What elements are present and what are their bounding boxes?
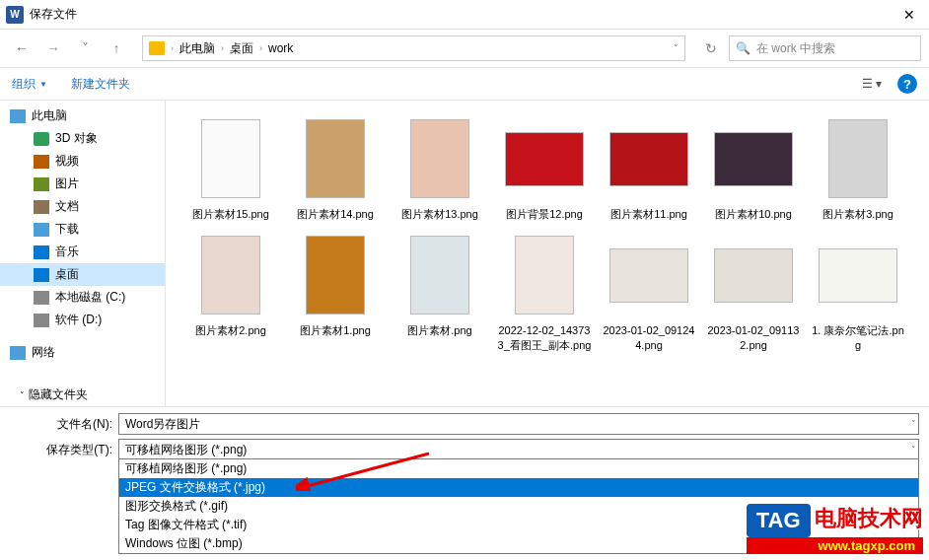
thumbnail [609, 114, 688, 203]
dropdown-icon[interactable]: ˅ [674, 43, 679, 53]
sidebar-item[interactable]: 音乐 [0, 241, 165, 263]
search-placeholder: 在 work 中搜索 [756, 40, 835, 57]
sidebar-item-label: 视频 [55, 153, 79, 170]
sidebar-item[interactable]: 本地磁盘 (C:) [0, 286, 165, 309]
sidebar-item-label: 文档 [55, 198, 79, 215]
folder-icon [10, 346, 26, 360]
sidebar-item-label: 桌面 [55, 266, 79, 283]
filetype-option[interactable]: 可移植网络图形 (*.png) [119, 459, 918, 478]
forward-button[interactable]: → [39, 35, 67, 62]
file-name: 1. 康奈尔笔记法.png [811, 323, 905, 352]
thumbnail [400, 114, 479, 203]
sidebar-item-label: 下载 [55, 221, 79, 238]
sidebar: 此电脑3D 对象视频图片文档下载音乐桌面本地磁盘 (C:)软件 (D:)网络 [0, 101, 166, 406]
breadcrumb-pc[interactable]: 此电脑 [179, 40, 215, 57]
file-item[interactable]: 2023-01-02_091132.png [702, 227, 805, 356]
file-item[interactable]: 图片素材.png [389, 227, 491, 356]
organize-button[interactable]: 组织 ▼ [12, 76, 47, 93]
file-name: 2022-12-02_143733_看图王_副本.png [497, 323, 592, 352]
file-pane[interactable]: 图片素材15.png图片素材14.png图片素材13.png图片背景12.png… [166, 101, 929, 406]
thumbnail [505, 114, 584, 203]
search-input[interactable]: 🔍 在 work 中搜索 [729, 35, 921, 61]
file-name: 2023-01-02_091132.png [706, 323, 801, 352]
thumbnail [296, 231, 375, 319]
thumbnail [400, 231, 479, 319]
watermark: TAG 电脑技术网 www.tagxp.com [747, 504, 923, 554]
file-name: 图片背景12.png [506, 207, 583, 221]
filetype-label: 保存类型(T): [10, 442, 118, 458]
file-item[interactable]: 图片素材2.png [179, 227, 282, 356]
up-level-button[interactable]: ↑ [103, 35, 130, 62]
file-name: 图片素材11.png [610, 207, 687, 221]
sidebar-item[interactable]: 视频 [0, 150, 165, 173]
watermark-text: 电脑技术网 [815, 504, 923, 533]
file-item[interactable]: 图片素材13.png [389, 110, 491, 225]
view-options-button[interactable]: ☰ ▾ [862, 77, 882, 91]
file-name: 图片素材.png [407, 323, 471, 337]
sidebar-item-label: 图片 [55, 175, 79, 192]
chevron-right-icon: › [221, 43, 224, 53]
sidebar-item[interactable]: 网络 [0, 341, 165, 364]
file-item[interactable]: 图片素材10.png [702, 110, 805, 225]
back-button[interactable]: ← [8, 35, 36, 62]
chevron-right-icon: › [259, 43, 262, 53]
folder-icon [34, 223, 49, 237]
sidebar-item[interactable]: 此电脑 [0, 105, 165, 127]
sidebar-item[interactable]: 软件 (D:) [0, 309, 165, 331]
file-item[interactable]: 图片素材1.png [284, 227, 387, 356]
sidebar-item[interactable]: 下载 [0, 218, 165, 241]
filename-input[interactable]: Word另存图片 ˅ [118, 413, 919, 435]
filename-label: 文件名(N): [10, 416, 118, 433]
chevron-down-icon[interactable]: ˅ [911, 419, 916, 429]
breadcrumb-desktop[interactable]: 桌面 [230, 40, 253, 57]
file-item[interactable]: 图片素材15.png [179, 110, 282, 225]
sidebar-item[interactable]: 桌面 [0, 263, 165, 286]
sidebar-item-label: 网络 [32, 344, 55, 361]
breadcrumb-work[interactable]: work [268, 41, 293, 55]
up-button[interactable]: ˅ [71, 35, 99, 62]
folder-icon [34, 155, 49, 169]
thumbnail [505, 231, 584, 319]
folder-icon [34, 132, 49, 146]
thumbnail [191, 114, 270, 203]
folder-icon [34, 291, 49, 305]
thumbnail [714, 114, 793, 203]
help-icon[interactable]: ? [897, 74, 917, 94]
sidebar-item-label: 本地磁盘 (C:) [55, 289, 125, 306]
file-name: 图片素材2.png [195, 323, 266, 337]
filetype-select[interactable]: 可移植网络图形 (*.png) ˅ [118, 439, 919, 460]
folder-icon [34, 245, 49, 259]
sidebar-item[interactable]: 3D 对象 [0, 127, 165, 150]
address-bar[interactable]: › 此电脑 › 桌面 › work ˅ [142, 35, 685, 61]
file-item[interactable]: 2023-01-02_091244.png [598, 227, 700, 356]
file-name: 图片素材15.png [192, 207, 269, 221]
filetype-option[interactable]: JPEG 文件交换格式 (*.jpg) [119, 478, 918, 497]
thumbnail [609, 231, 688, 319]
thumbnail [296, 114, 375, 203]
file-item[interactable]: 图片素材14.png [284, 110, 387, 225]
watermark-url: www.tagxp.com [747, 537, 923, 554]
file-name: 图片素材14.png [297, 207, 374, 221]
file-name: 2023-01-02_091244.png [602, 323, 696, 352]
chevron-down-icon: ▼ [39, 80, 47, 89]
file-name: 图片素材10.png [715, 207, 792, 221]
sidebar-item[interactable]: 图片 [0, 173, 165, 195]
sidebar-item[interactable]: 文档 [0, 195, 165, 218]
file-item[interactable]: 2022-12-02_143733_看图王_副本.png [493, 227, 596, 356]
thumbnail [819, 114, 897, 203]
file-item[interactable]: 1. 康奈尔笔记法.png [807, 227, 909, 356]
file-item[interactable]: 图片背景12.png [493, 110, 596, 225]
close-button[interactable]: ✕ [890, 0, 929, 30]
folder-icon [149, 41, 165, 55]
window-title: 保存文件 [30, 6, 890, 23]
file-item[interactable]: 图片素材11.png [598, 110, 700, 225]
new-folder-button[interactable]: 新建文件夹 [71, 76, 130, 93]
thumbnail [714, 231, 793, 319]
chevron-down-icon[interactable]: ˅ [911, 445, 916, 455]
watermark-tag: TAG [747, 504, 811, 537]
hide-folders-toggle[interactable]: ˅ 隐藏文件夹 [20, 386, 88, 403]
file-item[interactable]: 图片素材3.png [807, 110, 909, 225]
sidebar-item-label: 此电脑 [32, 107, 67, 124]
refresh-button[interactable]: ↻ [697, 35, 725, 62]
folder-icon [34, 314, 49, 327]
